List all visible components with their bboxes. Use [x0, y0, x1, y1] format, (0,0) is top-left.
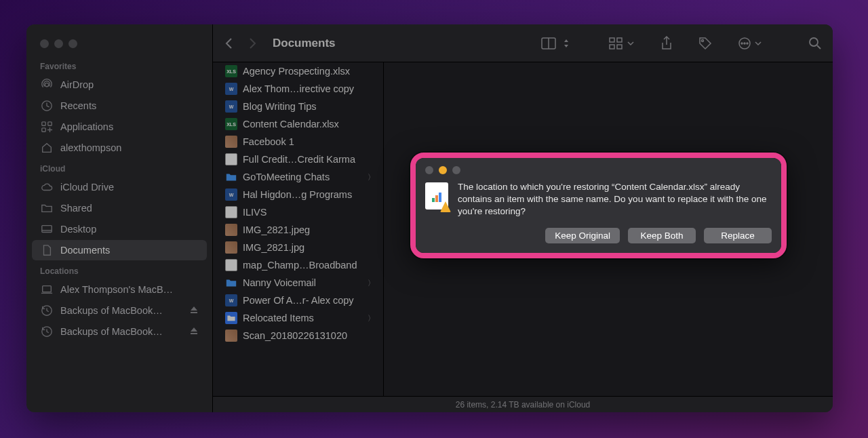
dialog-highlight: The location to which you're restoring “… [410, 153, 787, 258]
dialog-zoom-button[interactable] [452, 166, 460, 174]
dialog-buttons: Keep Original Keep Both Replace [425, 228, 772, 243]
replace-dialog: The location to which you're restoring “… [416, 158, 781, 253]
keep-both-button[interactable]: Keep Both [628, 228, 696, 243]
warning-file-icon [425, 182, 448, 210]
dialog-window-controls [425, 166, 772, 174]
svg-rect-25 [435, 195, 438, 202]
svg-rect-24 [432, 198, 435, 202]
svg-rect-26 [439, 193, 441, 202]
dialog-minimize-button[interactable] [439, 166, 447, 174]
dialog-close-button[interactable] [425, 166, 433, 174]
keep-original-button[interactable]: Keep Original [545, 228, 620, 243]
dialog-message: The location to which you're restoring “… [458, 181, 772, 218]
replace-button[interactable]: Replace [704, 228, 772, 243]
